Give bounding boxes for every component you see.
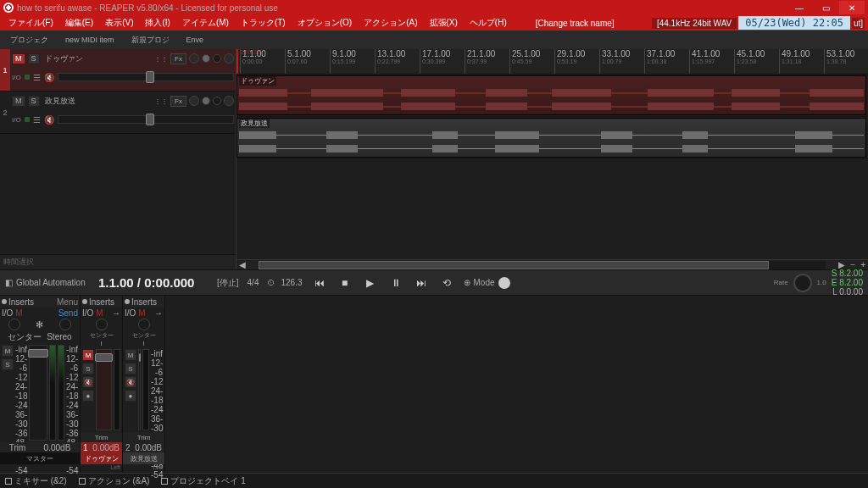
- master-meter: [58, 345, 64, 441]
- media-item[interactable]: 政見放送: [236, 118, 866, 158]
- goto-end-button[interactable]: ⏭: [413, 274, 430, 291]
- monitor-well[interactable]: [213, 54, 221, 63]
- stop-button[interactable]: ■: [337, 274, 353, 291]
- audio-format[interactable]: [44.1kHz 24bit WAV: [652, 18, 737, 29]
- pan-knob[interactable]: [138, 319, 150, 330]
- speaker-icon[interactable]: 🔇: [44, 73, 54, 82]
- toolbar-project[interactable]: プロジェク: [5, 33, 53, 47]
- io-label[interactable]: I/O: [12, 74, 21, 81]
- channel-fader[interactable]: [138, 349, 141, 430]
- tab-mixer[interactable]: ミキサー (&2): [5, 475, 67, 487]
- menu-options[interactable]: オプション(O): [292, 16, 357, 30]
- master-solo[interactable]: S: [2, 358, 14, 370]
- media-item[interactable]: ドゥヴァン: [236, 75, 866, 115]
- master-mute[interactable]: M: [2, 345, 14, 357]
- global-automation[interactable]: ◧Global Automation: [5, 278, 90, 287]
- speaker-icon[interactable]: 🔇: [82, 376, 94, 388]
- play-button[interactable]: ▶: [362, 274, 379, 291]
- io-label[interactable]: I/O: [12, 116, 21, 124]
- mute-button[interactable]: M: [12, 53, 25, 64]
- master-meter: [49, 345, 56, 441]
- mixer-master[interactable]: InsertsMenu I/OMSend ✻ センター Stereo M S -…: [0, 296, 81, 473]
- menu-track[interactable]: トラック(T): [236, 16, 291, 30]
- horizontal-scrollbar[interactable]: ◀ ▶ − +: [236, 259, 868, 269]
- menu-edit[interactable]: 編集(E): [60, 16, 98, 30]
- record-arm[interactable]: [202, 54, 210, 63]
- monitor-well[interactable]: [213, 97, 221, 105]
- menu-item[interactable]: アイテム(M): [177, 16, 234, 30]
- volume-fader[interactable]: [58, 115, 234, 124]
- tab-projectbay[interactable]: プロジェクトベイ 1: [161, 475, 245, 487]
- toolbar-envelope[interactable]: Enve: [181, 34, 209, 46]
- input-led: [25, 75, 30, 80]
- goto-start-button[interactable]: ⏮: [311, 274, 328, 291]
- channel-label[interactable]: ドゥヴァン: [81, 452, 122, 464]
- master-fader[interactable]: [29, 345, 47, 441]
- settings-icon[interactable]: ✻: [36, 319, 43, 330]
- pan-knob[interactable]: [189, 96, 199, 106]
- track-name[interactable]: 政見放送: [42, 96, 153, 107]
- mute-button[interactable]: M: [125, 349, 136, 361]
- menu-help[interactable]: ヘルプ(H): [465, 16, 512, 30]
- menu-extensions[interactable]: 拡張(X): [425, 16, 463, 30]
- solo-button[interactable]: S: [28, 96, 40, 107]
- menu-insert[interactable]: 挿入(I): [140, 16, 175, 30]
- automation-mode[interactable]: ⊕Mode: [464, 277, 510, 289]
- clock-tail: ut]: [852, 18, 865, 29]
- timeline-ruler[interactable]: 126.32 1.1.000:00.005.1.000:07.609.1.000…: [236, 49, 868, 75]
- solo-button[interactable]: S: [125, 363, 136, 374]
- track-number[interactable]: 2: [0, 92, 10, 133]
- mixer-menu[interactable]: Menu: [57, 297, 78, 307]
- toolbar-newmidi[interactable]: new MIDI item: [60, 34, 120, 46]
- mixer-channel[interactable]: Inserts I/OM→ センター I M S 🔇 ● -inf12--6-1…: [123, 296, 165, 473]
- menu-file[interactable]: ファイル(F): [3, 16, 58, 30]
- tempo[interactable]: ⏲ 126.3: [267, 278, 302, 287]
- record-arm[interactable]: ●: [82, 390, 94, 402]
- menu-view[interactable]: 表示(V): [100, 16, 138, 30]
- repeat-button[interactable]: ⟲: [438, 274, 455, 291]
- record-arm[interactable]: ●: [125, 390, 136, 402]
- edit-cursor[interactable]: 126.32: [236, 49, 238, 75]
- close-button[interactable]: ✕: [839, 1, 865, 14]
- menu-action[interactable]: アクション(A): [359, 16, 422, 30]
- solo-button[interactable]: S: [28, 53, 40, 64]
- speaker-icon[interactable]: 🔇: [125, 376, 136, 388]
- channel-label[interactable]: マスター: [0, 452, 80, 464]
- width-knob[interactable]: [59, 319, 71, 330]
- time-signature[interactable]: 4/4: [248, 278, 259, 287]
- pause-button[interactable]: ⏸: [387, 274, 404, 291]
- tab-action[interactable]: アクション (&A): [79, 475, 150, 487]
- scroll-left-icon[interactable]: ◀: [236, 260, 248, 269]
- minimize-button[interactable]: —: [787, 1, 812, 14]
- solo-button[interactable]: S: [82, 363, 94, 374]
- track-lanes[interactable]: ドゥヴァン 政見放送: [236, 75, 868, 259]
- pan-knob[interactable]: [96, 319, 108, 330]
- rate-value[interactable]: 1.0: [817, 279, 826, 286]
- track-row[interactable]: 2 M S 政見放送 ⋮⋮ Fx I/O ☰ 🔇: [0, 92, 236, 134]
- mixer-channel[interactable]: Inserts I/OM→ センター I M S 🔇 ● Trim 10.00d…: [81, 296, 123, 473]
- transport-time[interactable]: 1.1.00 / 0:00.000: [98, 275, 209, 290]
- mute-button[interactable]: M: [82, 349, 94, 361]
- pan-knob[interactable]: [8, 319, 20, 330]
- volume-fader[interactable]: [58, 73, 234, 81]
- pan-knob[interactable]: [189, 53, 199, 64]
- track-number[interactable]: 1: [0, 49, 10, 91]
- arrange-view: 126.32 1.1.000:00.005.1.000:07.609.1.000…: [236, 49, 868, 269]
- track-name[interactable]: ドゥヴァン: [42, 53, 153, 64]
- channel-label[interactable]: 政見放送: [123, 452, 164, 464]
- maximize-button[interactable]: ▭: [813, 1, 838, 14]
- speaker-icon[interactable]: 🔇: [44, 115, 54, 125]
- rate-knob[interactable]: [793, 274, 812, 292]
- send-button[interactable]: Send: [58, 308, 78, 318]
- track-row[interactable]: 1 M S ドゥヴァン ⋮⋮ Fx I/O ☰ 🔇: [0, 49, 236, 92]
- fx-button[interactable]: Fx: [170, 96, 186, 107]
- mute-button[interactable]: M: [12, 96, 25, 107]
- trim-knob[interactable]: [224, 96, 234, 106]
- menu-hint: [Change track name]: [531, 18, 620, 29]
- transport-state: [停止]: [217, 277, 239, 289]
- fx-button[interactable]: Fx: [170, 53, 186, 64]
- toolbar-newproj[interactable]: 新規プロジ: [126, 33, 175, 47]
- trim-knob[interactable]: [224, 53, 234, 64]
- record-arm[interactable]: [202, 97, 210, 105]
- channel-fader[interactable]: [96, 349, 112, 430]
